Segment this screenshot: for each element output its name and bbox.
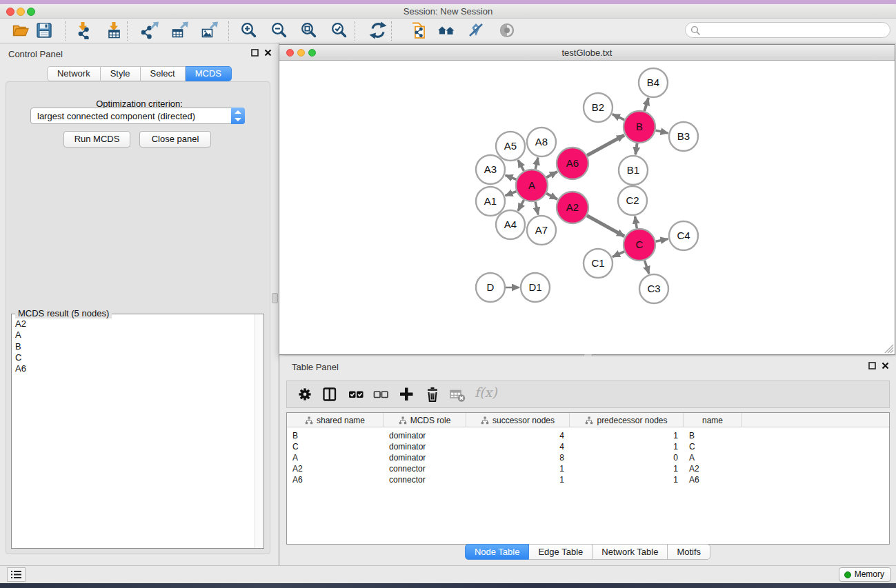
table-cell[interactable]: 8: [466, 452, 570, 463]
edge-B-B3[interactable]: [655, 130, 668, 133]
table-row[interactable]: Adominator80A: [287, 452, 742, 463]
show-graphics-icon[interactable]: [498, 21, 519, 41]
tab-select[interactable]: Select: [141, 66, 186, 81]
result-item[interactable]: A2: [15, 318, 254, 330]
table-cell[interactable]: dominator: [384, 441, 466, 452]
node-B3[interactable]: B3: [669, 122, 698, 151]
table-cell[interactable]: 1: [466, 463, 570, 474]
zoom-selected-icon[interactable]: [330, 21, 351, 41]
table-cell[interactable]: A: [287, 452, 384, 463]
tab-style[interactable]: Style: [101, 66, 141, 81]
node-A5[interactable]: A5: [496, 132, 525, 161]
table-cell[interactable]: A2: [684, 463, 742, 474]
settings-gear-icon[interactable]: [297, 386, 316, 404]
node-B2[interactable]: B2: [584, 93, 613, 122]
node-C3[interactable]: C3: [639, 274, 668, 303]
home-networks-icon[interactable]: [437, 21, 458, 41]
table-cell[interactable]: A: [684, 452, 742, 463]
column-header-name[interactable]: name: [684, 413, 742, 427]
edge-B-B1[interactable]: [635, 143, 637, 154]
show-columns-icon[interactable]: [321, 386, 341, 404]
float-panel-icon[interactable]: [251, 49, 259, 57]
tab-motifs[interactable]: Motifs: [668, 544, 710, 560]
table-cell[interactable]: dominator: [384, 430, 466, 441]
import-table-icon[interactable]: [105, 21, 126, 41]
result-scrollbar[interactable]: [255, 314, 263, 548]
node-A3[interactable]: A3: [476, 155, 505, 184]
clone-network-icon[interactable]: [410, 21, 430, 41]
table-cell[interactable]: 1: [570, 441, 684, 452]
table-cell[interactable]: 1: [570, 474, 684, 485]
edge-A-A6[interactable]: [546, 172, 557, 178]
column-header-MCDS-role[interactable]: MCDS role: [384, 413, 466, 427]
node-C2[interactable]: C2: [618, 186, 647, 215]
panel-splitter-handle[interactable]: [272, 293, 278, 303]
mcds-result-list[interactable]: A2ABCA6: [12, 317, 254, 547]
import-network-icon[interactable]: [74, 21, 94, 41]
search-box[interactable]: [685, 22, 890, 38]
table-float-panel-icon[interactable]: [868, 362, 876, 369]
result-item[interactable]: B: [15, 341, 254, 352]
table-row[interactable]: A2connector11A2: [287, 463, 742, 474]
table-cell[interactable]: 4: [466, 441, 570, 452]
network-canvas[interactable]: A A1 A2 A3 A4 A5 A6 A7 A8 B B1 B2 B3 B4 …: [279, 61, 895, 354]
table-cell[interactable]: B: [287, 430, 384, 441]
node-table[interactable]: shared name MCDS role successor nodes pr…: [286, 412, 890, 545]
table-cell[interactable]: 1: [466, 474, 570, 485]
edge-B-B2[interactable]: [613, 114, 625, 120]
edge-A2-C[interactable]: [587, 216, 624, 236]
table-cell[interactable]: C: [684, 441, 742, 452]
save-session-icon[interactable]: [35, 21, 56, 41]
resize-grip-icon[interactable]: [883, 343, 894, 354]
show-panels-button[interactable]: [7, 567, 26, 582]
table-cell[interactable]: B: [684, 430, 742, 441]
select-all-columns-icon[interactable]: [348, 386, 367, 404]
node-A1[interactable]: A1: [476, 187, 505, 216]
export-network-icon[interactable]: [141, 21, 162, 41]
table-cell[interactable]: connector: [384, 474, 466, 485]
zoom-in-icon[interactable]: [240, 21, 261, 41]
table-cell[interactable]: 0: [570, 452, 684, 463]
edge-A-A8[interactable]: [535, 158, 538, 170]
hide-annotations-icon[interactable]: [467, 21, 488, 41]
edge-A6-B[interactable]: [587, 135, 624, 156]
node-D1[interactable]: D1: [521, 273, 550, 302]
table-cell[interactable]: A6: [684, 474, 742, 485]
table-cell[interactable]: 1: [570, 430, 684, 441]
column-header-successor-nodes[interactable]: successor nodes: [466, 413, 570, 427]
tab-network[interactable]: Network: [47, 66, 101, 81]
table-cell[interactable]: C: [287, 441, 384, 452]
result-item[interactable]: A: [15, 330, 254, 341]
edge-C-C4[interactable]: [656, 239, 668, 242]
export-table-icon[interactable]: [171, 21, 192, 41]
edge-A-A7[interactable]: [535, 202, 538, 215]
table-cell[interactable]: 1: [570, 463, 684, 474]
node-C[interactable]: C: [624, 229, 655, 261]
node-A4[interactable]: A4: [496, 210, 525, 239]
edge-B-B4[interactable]: [644, 98, 648, 111]
column-header-predecessor-nodes[interactable]: predecessor nodes: [570, 413, 684, 427]
edge-A-A1[interactable]: [506, 192, 517, 196]
export-image-icon[interactable]: [201, 21, 221, 41]
table-cell[interactable]: 4: [466, 430, 570, 441]
result-item[interactable]: C: [15, 352, 254, 363]
node-B4[interactable]: B4: [639, 68, 668, 97]
table-row[interactable]: Bdominator41B: [287, 430, 742, 441]
table-cell[interactable]: A2: [287, 463, 384, 474]
create-column-icon[interactable]: [398, 386, 417, 404]
delete-column-icon[interactable]: [424, 386, 444, 404]
memory-button[interactable]: Memory: [839, 567, 891, 582]
edge-A-A2[interactable]: [546, 193, 557, 199]
column-header-shared-name[interactable]: shared name: [287, 413, 384, 427]
tab-node-table[interactable]: Node Table: [465, 544, 530, 560]
criterion-dropdown[interactable]: largest connected component (directed): [30, 108, 245, 124]
edge-C-C1[interactable]: [613, 252, 624, 257]
node-B[interactable]: B: [624, 111, 655, 143]
table-row[interactable]: A6connector11A6: [287, 474, 742, 485]
table-cell[interactable]: connector: [384, 463, 466, 474]
edge-A-A3[interactable]: [506, 175, 517, 179]
run-mcds-button[interactable]: Run MCDS: [63, 131, 130, 148]
network-window-titlebar[interactable]: testGlobe.txt: [279, 45, 895, 61]
tab-mcds[interactable]: MCDS: [186, 66, 232, 81]
node-D[interactable]: D: [476, 273, 505, 302]
